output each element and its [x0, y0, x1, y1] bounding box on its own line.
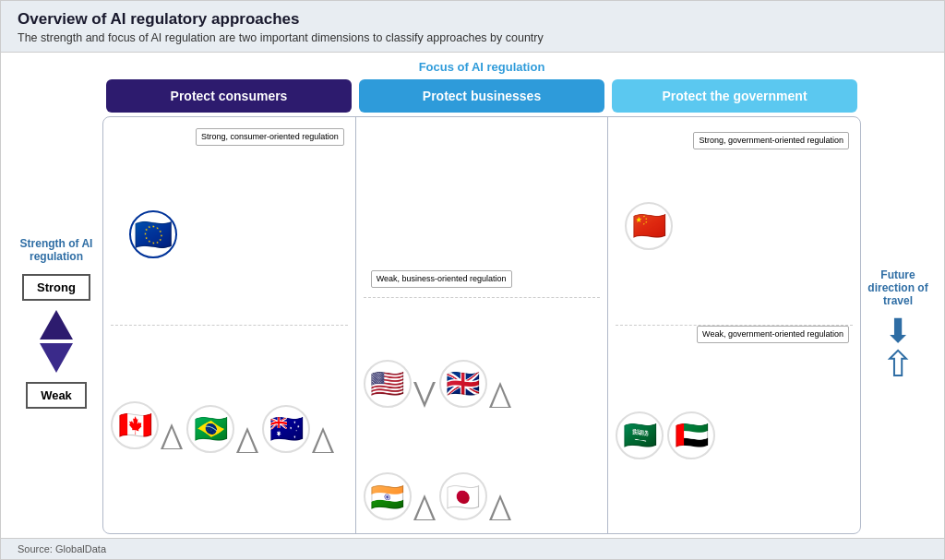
government-strong-row: 🇨🇳 Strong, government-oriented regulatio… [616, 126, 853, 326]
col-header-businesses: Protect businesses [359, 79, 604, 113]
flag-india-item: 🇮🇳 [364, 472, 436, 520]
india-arrow-up [413, 494, 436, 520]
flag-canada-item: 🇨🇦 [111, 401, 183, 449]
future-axis: Future direction of travel ⬇ ⬆ [861, 60, 935, 534]
strength-strong-box: Strong [22, 274, 90, 301]
main-content: Strength of AI regulation Strong Weak Fo… [1, 53, 944, 538]
page-title: Overview of AI regulatory approaches [18, 10, 927, 29]
flag-japan: 🇯🇵 [439, 472, 487, 520]
focus-label: Focus of AI regulation [102, 60, 861, 74]
businesses-weak-row2: 🇮🇳 🇯🇵 [364, 469, 601, 524]
flag-eu-item: 🇪🇺 [129, 210, 177, 258]
flag-uk: 🇬🇧 [439, 360, 487, 408]
flag-canada: 🇨🇦 [111, 401, 159, 449]
government-weak-row: Weak, government-oriented regulation 🇸🇦 [616, 326, 853, 524]
consumers-strong-row: Strong, consumer-oriented regulation 🇪🇺 [111, 126, 348, 326]
col-header-consumers: Protect consumers [106, 79, 352, 113]
flag-saudi-item: 🇸🇦 [616, 411, 664, 459]
header: Overview of AI regulatory approaches The… [1, 1, 944, 53]
flag-usa-item: 🇺🇸 [364, 360, 436, 408]
grid-col-consumers: Strong, consumer-oriented regulation 🇪🇺 [103, 117, 356, 533]
grid-col-businesses: Weak, business-oriented regulation 🇺🇸 [356, 117, 609, 533]
future-arrow-up-icon: ⬆ [884, 348, 912, 381]
flag-india: 🇮🇳 [364, 472, 412, 520]
flag-australia: 🇦🇺 [262, 405, 310, 453]
flag-china: 🇨🇳 [625, 202, 673, 250]
future-arrows: ⬇ ⬆ [884, 315, 912, 381]
strength-weak-box: Weak [26, 382, 87, 409]
usa-arrow-down [413, 382, 436, 408]
arrow-up-icon [40, 310, 73, 340]
column-headers: Protect consumers Protect businesses Pro… [102, 79, 861, 113]
future-arrow-down-icon: ⬇ [884, 315, 912, 348]
source-label: Source: GlobalData [18, 543, 106, 554]
grid-box: Strong, consumer-oriented regulation 🇪🇺 [102, 116, 861, 534]
future-label: Future direction of travel [861, 268, 935, 307]
strength-axis-label: Strength of AI regulation [10, 237, 102, 263]
government-strong-content: 🇨🇳 Strong, government-oriented regulatio… [616, 202, 673, 250]
consumers-weak-row: 🇨🇦 🇧🇷 [111, 326, 348, 524]
brazil-arrow-up [236, 427, 258, 453]
consumers-weak-flags: 🇨🇦 🇧🇷 [111, 398, 334, 453]
flag-usa: 🇺🇸 [364, 360, 412, 408]
japan-arrow-up [489, 494, 511, 520]
page-container: Overview of AI regulatory approaches The… [0, 0, 945, 560]
annotation-weak-business: Weak, business-oriented regulation [371, 270, 512, 288]
government-weak-flags: 🇸🇦 🇦🇪 [616, 411, 715, 459]
flag-uae-item: 🇦🇪 [667, 411, 715, 459]
businesses-strong-row: Weak, business-oriented regulation [364, 126, 601, 298]
flag-brazil-item: 🇧🇷 [186, 405, 258, 453]
grid-col-government: 🇨🇳 Strong, government-oriented regulatio… [608, 117, 860, 533]
annotation-strong-consumer: Strong, consumer-oriented regulation [196, 128, 344, 146]
flag-uk-item: 🇬🇧 [439, 360, 511, 408]
businesses-weak-flags: 🇺🇸 🇬🇧 [364, 360, 511, 408]
strength-axis: Strength of AI regulation Strong Weak [10, 60, 102, 534]
canada-arrow-up [161, 423, 183, 449]
australia-arrow-up [312, 427, 334, 453]
arrow-down-icon [40, 343, 73, 373]
diagram-area: Focus of AI regulation Protect consumers… [102, 60, 861, 534]
header-subtitle: The strength and focus of AI regulation … [18, 31, 927, 44]
flag-australia-item: 🇦🇺 [262, 405, 334, 453]
flag-eu: 🇪🇺 [129, 210, 177, 258]
annotation-strong-government: Strong, government-oriented regulation [693, 132, 849, 149]
flag-japan-item: 🇯🇵 [439, 472, 511, 520]
axis-arrows [40, 310, 73, 373]
col-header-government: Protect the government [612, 79, 857, 113]
businesses-weak-row: 🇺🇸 🇬🇧 [364, 298, 601, 469]
uk-arrow-up [489, 382, 511, 408]
flag-saudi: 🇸🇦 [616, 411, 664, 459]
footer: Source: GlobalData [1, 538, 944, 559]
flag-brazil: 🇧🇷 [186, 405, 234, 453]
annotation-weak-government: Weak, government-oriented regulation [697, 326, 849, 343]
flag-uae: 🇦🇪 [667, 411, 715, 459]
